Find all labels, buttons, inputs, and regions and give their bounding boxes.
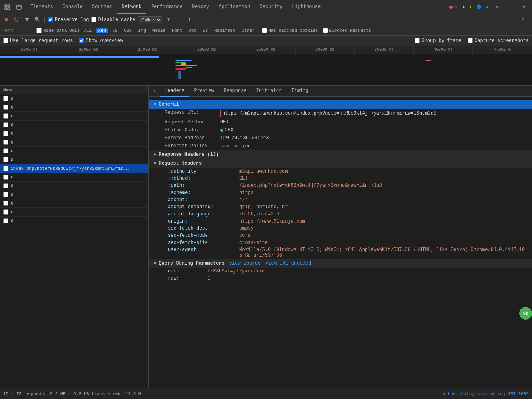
request-item-7[interactable]: 0 [0,155,148,164]
filter-tag-img[interactable]: Img [136,28,148,33]
request-headers-section[interactable]: ▼ Request Headers [149,159,532,168]
filter-tag-js[interactable]: JS [110,28,120,33]
filter-tag-css[interactable]: CSS [121,28,134,33]
request-item-5[interactable]: 0 [0,138,148,147]
tab-elements[interactable]: Elements [25,0,58,14]
use-large-rows-checkbox[interactable] [3,38,8,43]
tab-application[interactable]: Application [214,0,255,14]
disable-cache-label[interactable]: Disable cache [91,17,135,23]
request-checkbox-9[interactable] [3,175,8,180]
request-url-value[interactable]: https://m3api.awenhao.com/index.php?note… [220,110,438,117]
record-button[interactable]: ⏺ [2,16,10,24]
response-headers-section[interactable]: ▶ Response Headers (13) [149,150,532,159]
hide-data-urls-label[interactable]: Hide data URLs [36,28,80,33]
tab-response[interactable]: Response [219,86,252,97]
close-icon[interactable]: ✕ [519,2,530,13]
status-url[interactable]: https://blog.csdn.net/qq_43710889 [442,391,529,396]
view-source-link[interactable]: view source [229,261,261,266]
tab-lighthouse[interactable]: Lighthouse [287,0,325,14]
request-checkbox-7[interactable] [3,157,8,162]
request-item-selected[interactable]: index.php?note=kkR8b9wt4jf7yarx2kmnc&raw… [0,164,148,173]
filter-input[interactable] [3,28,35,33]
has-blocked-cookies-checkbox[interactable] [262,28,267,33]
tab-security[interactable]: Security [255,0,288,14]
throttle-arrow[interactable]: ▼ [165,16,173,24]
request-item-10[interactable]: 0 [0,182,148,190]
timeline-chart[interactable] [0,54,532,86]
general-section-header[interactable]: ▼ General [149,100,532,109]
group-by-frame-checkbox[interactable] [415,38,420,43]
preserve-log-checkbox[interactable] [48,17,53,22]
request-item-0[interactable]: 0 [0,94,148,103]
request-checkbox-11[interactable] [3,192,8,197]
network-settings-icon[interactable]: ⚙ [522,16,530,24]
request-item-13[interactable]: 0 [0,208,148,217]
devtools-icon-2[interactable] [13,2,25,13]
request-checkbox-5[interactable] [3,140,8,145]
blocked-requests-checkbox[interactable] [323,28,328,33]
filter-tag-all[interactable]: All [81,28,94,33]
request-item-3[interactable]: 0 [0,121,148,129]
tab-network[interactable]: Network [117,0,146,14]
filter-tag-other[interactable]: Other [239,28,257,33]
tab-initiator[interactable]: Initiator [251,86,286,97]
preserve-log-label[interactable]: Preserve log [48,17,89,23]
more-icon[interactable]: ⋮ [505,2,516,13]
export-button[interactable]: ⬇ [185,16,193,24]
disable-cache-checkbox[interactable] [91,17,96,22]
request-item-6[interactable]: 0 [0,147,148,155]
filter-tag-manifest[interactable]: Manifest [212,28,238,33]
tab-timing[interactable]: Timing [286,86,313,97]
filter-tag-font[interactable]: Font [169,28,184,33]
request-checkbox-10[interactable] [3,183,8,188]
request-checkbox-0[interactable] [3,96,8,101]
request-checkbox-4[interactable] [3,131,8,136]
tab-sources[interactable]: Sources [87,0,117,14]
floating-badge[interactable]: 62 [519,307,532,320]
request-checkbox-14[interactable] [3,218,8,223]
devtools-icon-1[interactable] [2,2,13,13]
show-overview-checkbox[interactable] [79,38,84,43]
tab-console[interactable]: Console [58,0,87,14]
hide-data-urls-checkbox[interactable] [36,28,42,33]
capture-screenshots-label[interactable]: Capture screenshots [468,38,529,44]
request-item-1[interactable]: 0 [0,103,148,112]
show-overview-label[interactable]: Show overview [79,38,123,44]
filter-tag-xhr[interactable]: XHR [96,28,108,33]
request-checkbox-selected[interactable] [3,166,8,171]
has-blocked-cookies-label[interactable]: Has blocked cookies [262,28,318,33]
tab-performance[interactable]: Performance [146,0,187,14]
throttle-select[interactable]: Online [138,16,162,23]
clear-button[interactable]: 🚫 [13,16,21,24]
capture-screenshots-checkbox[interactable] [468,38,473,43]
request-item-4[interactable]: 0 [0,129,148,138]
filter-tag-ws[interactable]: WS [200,28,210,33]
view-url-encoded-link[interactable]: view URL encoded [265,261,311,266]
request-item-2[interactable]: 0 [0,112,148,121]
timeline[interactable]: 5000 ms 10000 ms 15000 ms 20000 ms 25000… [0,46,532,86]
request-checkbox-2[interactable] [3,113,8,119]
request-item-14[interactable]: 0 [0,217,148,225]
request-checkbox-1[interactable] [3,105,8,110]
request-item-12[interactable]: 0 [0,199,148,208]
request-item-9[interactable]: 0 [0,173,148,182]
tab-memory[interactable]: Memory [187,0,214,14]
settings-icon[interactable]: ⚙ [492,2,503,13]
request-item-11[interactable]: 0 [0,190,148,199]
blocked-requests-label[interactable]: Blocked Requests [323,28,371,33]
tab-preview[interactable]: Preview [189,86,219,97]
use-large-rows-label[interactable]: Use large request rows [3,38,73,44]
search-button[interactable]: 🔍 [33,16,41,24]
filter-tag-media[interactable]: Media [150,28,168,33]
query-string-section[interactable]: ▼ Query String Parameters view source vi… [149,259,532,268]
request-checkbox-3[interactable] [3,122,8,127]
group-by-frame-label[interactable]: Group by frame [415,38,461,44]
import-button[interactable]: ⬆ [175,16,183,24]
filter-tag-doc[interactable]: Doc [186,28,199,33]
request-checkbox-6[interactable] [3,148,8,153]
tab-headers[interactable]: Headers [160,86,189,97]
detail-close-button[interactable]: ✕ [150,87,158,95]
filter-button[interactable] [23,16,31,24]
request-checkbox-12[interactable] [3,201,8,206]
request-checkbox-13[interactable] [3,209,8,215]
